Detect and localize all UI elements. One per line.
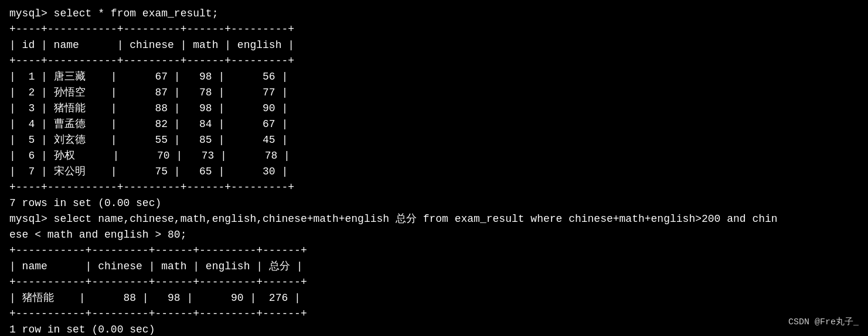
terminal-line: | id | name | chinese | math | english | [9,37,859,53]
terminal-line: 7 rows in set (0.00 sec) [9,196,859,211]
terminal-line: mysql> select name,chinese,math,english,… [9,211,859,227]
terminal-line: +----+-----------+---------+------+-----… [9,53,859,69]
terminal-line: +-----------+---------+------+---------+… [9,243,859,259]
terminal-line: +----+-----------+---------+------+-----… [9,180,859,196]
terminal-line: ese < math and english > 80; [9,227,859,243]
terminal-line: +-----------+---------+------+---------+… [9,275,859,290]
terminal-line: 1 row in set (0.00 sec) [9,322,859,336]
terminal-line: | name | chinese | math | english | 总分 | [9,259,859,275]
terminal-line: | 3 | 猪悟能 | 88 | 98 | 90 | [9,101,859,116]
terminal-line: | 2 | 孙悟空 | 87 | 78 | 77 | [9,85,859,101]
terminal-line: +----+-----------+---------+------+-----… [9,22,859,37]
terminal-line: | 猪悟能 | 88 | 98 | 90 | 276 | [9,290,859,306]
terminal-line: | 4 | 曹孟德 | 82 | 84 | 67 | [9,116,859,132]
terminal-line: | 7 | 宋公明 | 75 | 65 | 30 | [9,164,859,180]
terminal-line: | 6 | 孙权 | 70 | 73 | 78 | [9,148,859,164]
terminal-line: | 1 | 唐三藏 | 67 | 98 | 56 | [9,69,859,85]
terminal: mysql> select * from exam_result;+----+-… [9,6,859,336]
terminal-line: mysql> select * from exam_result; [9,6,859,22]
watermark-label: CSDN @Fre丸子_ [788,316,859,330]
terminal-line: +-----------+---------+------+---------+… [9,306,859,322]
terminal-line: | 5 | 刘玄德 | 55 | 85 | 45 | [9,132,859,148]
